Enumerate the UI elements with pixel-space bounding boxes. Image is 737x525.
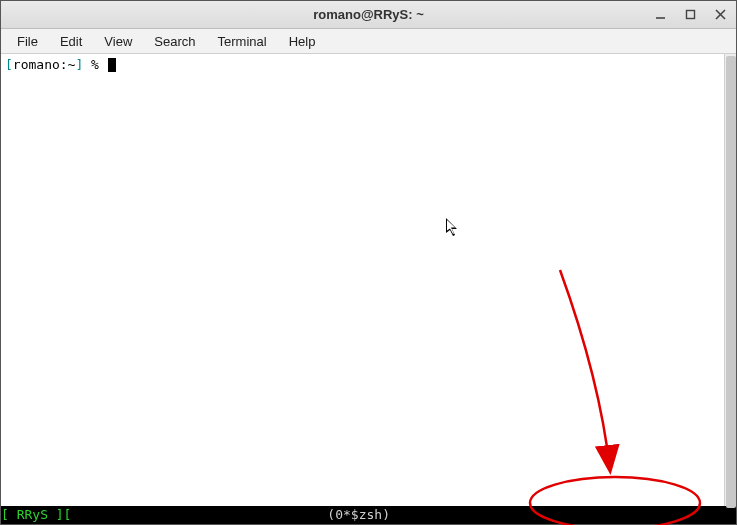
minimize-button[interactable]: [650, 5, 670, 23]
menu-terminal[interactable]: Terminal: [208, 31, 277, 52]
status-left-open: [: [1, 506, 17, 524]
terminal-area: [romano:~] %: [1, 54, 736, 506]
close-button[interactable]: [710, 5, 730, 23]
prompt-open-bracket: [: [5, 57, 13, 72]
svg-rect-1: [686, 10, 694, 18]
status-left-close: ][: [48, 506, 71, 524]
titlebar[interactable]: romano@RRyS: ~: [1, 1, 736, 29]
menu-edit[interactable]: Edit: [50, 31, 92, 52]
scrollbar[interactable]: [724, 54, 736, 506]
terminal-body[interactable]: [romano:~] %: [1, 54, 724, 506]
scrollbar-thumb[interactable]: [726, 56, 736, 508]
text-cursor: [108, 58, 116, 72]
maximize-icon: [685, 9, 696, 20]
window-title: romano@RRyS: ~: [313, 7, 424, 22]
prompt-line: [romano:~] %: [5, 56, 720, 74]
status-sep: [693, 507, 709, 522]
window-controls: [650, 5, 730, 23]
maximize-button[interactable]: [680, 5, 700, 23]
minimize-icon: [655, 9, 666, 20]
prompt-symbol: %: [83, 57, 106, 72]
menu-file[interactable]: File: [7, 31, 48, 52]
menubar: File Edit View Search Terminal Help: [1, 29, 736, 54]
menu-help[interactable]: Help: [279, 31, 326, 52]
close-icon: [715, 9, 726, 20]
terminal-window: romano@RRyS: ~ File Edit View Search Ter…: [0, 0, 737, 525]
menu-search[interactable]: Search: [144, 31, 205, 52]
menu-view[interactable]: View: [94, 31, 142, 52]
prompt-text: romano:~: [13, 57, 76, 72]
status-center: (0*$zsh): [71, 506, 645, 524]
status-host: RRyS: [17, 506, 48, 524]
screen-statusbar: [ RRyS ][ (0*$zsh) ][ 06-09 17:48 ]: [1, 506, 736, 524]
